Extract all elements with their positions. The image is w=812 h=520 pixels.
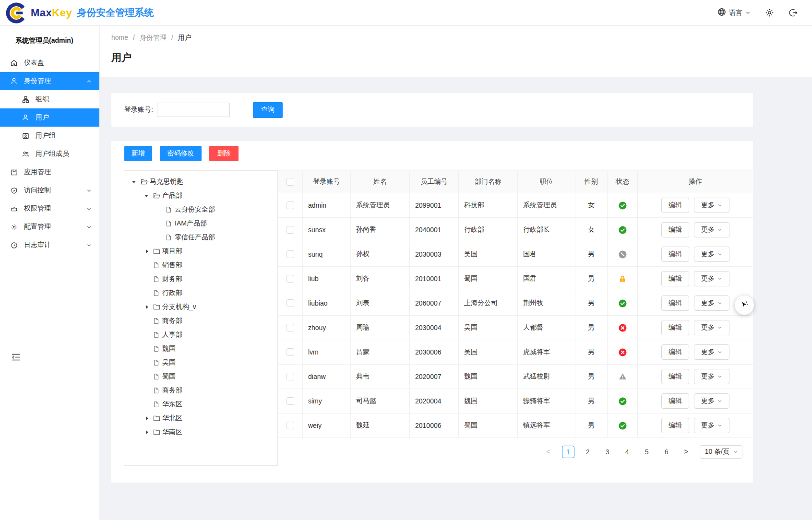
breadcrumb-home[interactable]: home bbox=[111, 34, 128, 42]
sidebar-item-configuration[interactable]: 配置管理 bbox=[0, 218, 99, 236]
tree-right-arrow-icon[interactable] bbox=[143, 430, 153, 434]
more-button[interactable]: 更多 bbox=[694, 418, 729, 433]
sidebar-item-permissions[interactable]: 权限管理 bbox=[0, 200, 99, 218]
cell-account: admin bbox=[303, 193, 351, 218]
tree-node[interactable]: 行政部 bbox=[124, 286, 277, 300]
pagination-next[interactable]: > bbox=[680, 446, 693, 458]
sidebar-item-apps[interactable]: 应用管理 bbox=[0, 163, 99, 181]
tree-node[interactable]: 产品部 bbox=[124, 189, 277, 202]
tree-node[interactable]: 华南区 bbox=[124, 425, 277, 439]
sidebar-item-group-members[interactable]: 用户组成员 bbox=[0, 145, 99, 163]
tree-node[interactable]: 魏国 bbox=[124, 342, 277, 355]
edit-button[interactable]: 编辑 bbox=[661, 247, 689, 262]
more-button[interactable]: 更多 bbox=[694, 222, 729, 237]
more-button[interactable]: 更多 bbox=[694, 320, 729, 335]
sidebar-collapse-icon[interactable] bbox=[12, 354, 20, 362]
row-checkbox[interactable] bbox=[287, 397, 294, 405]
tree-node[interactable]: 财务部 bbox=[124, 272, 277, 286]
tree-node[interactable]: IAM产品部 bbox=[124, 216, 277, 230]
tree-down-arrow-icon[interactable] bbox=[130, 178, 141, 185]
tree-node[interactable]: 项目部 bbox=[124, 244, 277, 258]
more-button[interactable]: 更多 bbox=[694, 344, 729, 360]
more-button[interactable]: 更多 bbox=[694, 247, 729, 262]
settings-icon[interactable] bbox=[765, 8, 774, 17]
more-button[interactable]: 更多 bbox=[694, 198, 729, 213]
cell-job-title: 镇远将军 bbox=[518, 414, 575, 438]
floating-widget-button[interactable] bbox=[735, 295, 754, 315]
pagination-page-6[interactable]: 6 bbox=[660, 446, 673, 458]
row-checkbox[interactable] bbox=[287, 373, 294, 380]
tree-down-arrow-icon[interactable] bbox=[143, 192, 153, 199]
select-all-checkbox[interactable] bbox=[287, 178, 294, 186]
sidebar-item-user[interactable]: 用户 bbox=[0, 108, 99, 127]
logout-icon[interactable] bbox=[788, 8, 798, 17]
sidebar-item-dashboard[interactable]: 仪表盘 bbox=[0, 54, 99, 72]
cell-job-title: 系统管理员 bbox=[518, 193, 575, 218]
top-header: MaxKey 身份安全管理系统 语言 bbox=[0, 0, 812, 26]
column-header: 登录账号 bbox=[303, 170, 351, 193]
tree-node[interactable]: 商务部 bbox=[124, 314, 277, 328]
tree-node[interactable]: 华东区 bbox=[124, 397, 277, 411]
edit-button[interactable]: 编辑 bbox=[661, 344, 689, 360]
row-checkbox[interactable] bbox=[287, 250, 294, 258]
edit-button[interactable]: 编辑 bbox=[661, 222, 689, 237]
edit-button[interactable]: 编辑 bbox=[661, 320, 689, 335]
edit-button[interactable]: 编辑 bbox=[661, 271, 689, 286]
page-title: 用户 bbox=[111, 51, 800, 64]
row-checkbox[interactable] bbox=[287, 348, 294, 356]
sidebar-item-organization[interactable]: 组织 bbox=[0, 90, 99, 108]
row-checkbox[interactable] bbox=[287, 299, 294, 307]
edit-button[interactable]: 编辑 bbox=[661, 418, 689, 433]
page-size-select[interactable]: 10 条/页 bbox=[700, 445, 742, 459]
row-checkbox[interactable] bbox=[287, 201, 294, 209]
sidebar-item-identity[interactable]: 身份管理 bbox=[0, 72, 99, 90]
login-account-input[interactable] bbox=[157, 103, 230, 117]
sidebar-item-user-group[interactable]: 用户组 bbox=[0, 127, 99, 145]
tree-node[interactable]: 销售部 bbox=[124, 258, 277, 272]
tree-node[interactable]: 马克思钥匙 bbox=[124, 175, 277, 189]
tree-node[interactable]: 零信任产品部 bbox=[124, 230, 277, 244]
table-row: lvm吕蒙2030006吴国虎威将军男编辑更多 bbox=[278, 340, 753, 365]
more-button[interactable]: 更多 bbox=[694, 271, 729, 286]
tree-right-arrow-icon[interactable] bbox=[143, 249, 153, 253]
tree-node[interactable]: 云身份安全部 bbox=[124, 202, 277, 216]
change-password-button[interactable]: 密码修改 bbox=[160, 146, 202, 161]
edit-button[interactable]: 编辑 bbox=[661, 295, 689, 311]
breadcrumb-identity[interactable]: 身份管理 bbox=[140, 34, 167, 42]
tree-node[interactable]: 蜀国 bbox=[124, 369, 277, 383]
pagination-page-1[interactable]: 1 bbox=[562, 446, 574, 458]
pagination-page-3[interactable]: 3 bbox=[601, 446, 614, 458]
tree-node[interactable]: 商务部 bbox=[124, 383, 277, 397]
tree-right-arrow-icon[interactable] bbox=[143, 416, 153, 420]
pagination-page-5[interactable]: 5 bbox=[641, 446, 653, 458]
edit-button[interactable]: 编辑 bbox=[661, 198, 689, 213]
row-checkbox[interactable] bbox=[287, 275, 294, 283]
tree-node[interactable]: 人事部 bbox=[124, 328, 277, 342]
more-button[interactable]: 更多 bbox=[694, 393, 729, 409]
tree-node[interactable]: 分支机构_v bbox=[124, 300, 277, 314]
row-checkbox[interactable] bbox=[287, 422, 294, 429]
add-button[interactable]: 新增 bbox=[124, 146, 152, 161]
tree-node[interactable]: 华北区 bbox=[124, 411, 277, 425]
table-body: admin系统管理员2099001科技部系统管理员女编辑更多sunsx孙尚香20… bbox=[278, 193, 753, 438]
pagination-page-4[interactable]: 4 bbox=[621, 446, 633, 458]
tree-right-arrow-icon[interactable] bbox=[143, 305, 153, 309]
cell-status bbox=[608, 414, 638, 438]
delete-button[interactable]: 删除 bbox=[209, 146, 239, 161]
sidebar-item-access-control[interactable]: 访问控制 bbox=[0, 181, 99, 200]
file-icon bbox=[153, 289, 161, 297]
sidebar-item-audit-log[interactable]: 日志审计 bbox=[0, 236, 99, 254]
edit-button[interactable]: 编辑 bbox=[661, 369, 689, 384]
row-checkbox[interactable] bbox=[287, 226, 294, 234]
language-selector[interactable]: 语言 bbox=[717, 8, 751, 18]
pagination-prev[interactable]: < bbox=[542, 446, 555, 458]
cell-checkbox bbox=[278, 193, 303, 218]
more-button[interactable]: 更多 bbox=[694, 369, 729, 384]
more-button[interactable]: 更多 bbox=[694, 295, 729, 311]
query-button[interactable]: 查询 bbox=[253, 102, 283, 118]
row-checkbox[interactable] bbox=[287, 324, 294, 331]
pagination-page-2[interactable]: 2 bbox=[582, 446, 594, 458]
tree-node[interactable]: 吴国 bbox=[124, 355, 277, 369]
cell-gender: 男 bbox=[575, 267, 608, 291]
edit-button[interactable]: 编辑 bbox=[661, 393, 689, 409]
